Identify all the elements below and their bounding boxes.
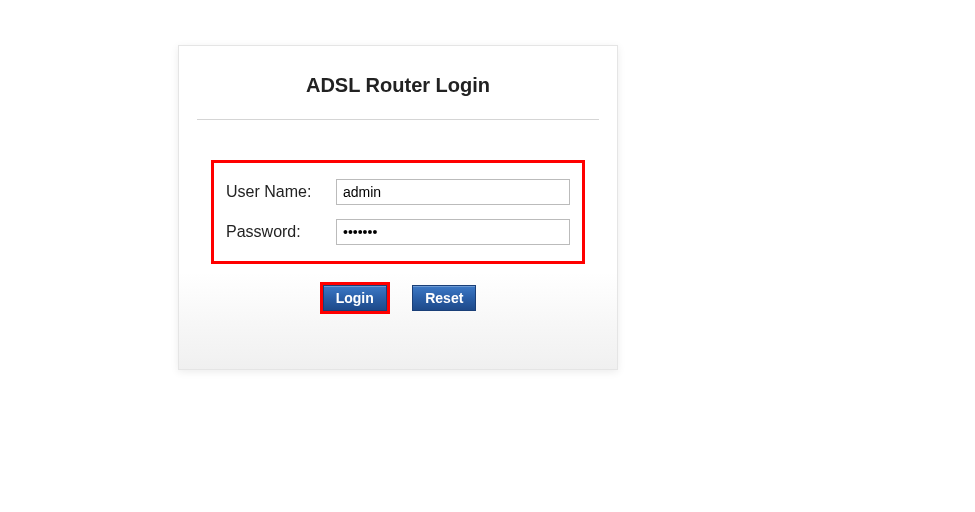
divider bbox=[197, 119, 599, 120]
password-label: Password: bbox=[226, 223, 336, 241]
login-button-highlight: Login bbox=[320, 282, 390, 314]
username-row: User Name: bbox=[226, 179, 570, 205]
button-row: Login Reset bbox=[211, 282, 585, 314]
username-label: User Name: bbox=[226, 183, 336, 201]
page-title: ADSL Router Login bbox=[197, 74, 599, 97]
password-row: Password: bbox=[226, 219, 570, 245]
form-area: User Name: Password: Login Reset bbox=[211, 160, 585, 314]
password-input[interactable] bbox=[336, 219, 570, 245]
username-input[interactable] bbox=[336, 179, 570, 205]
login-panel: ADSL Router Login User Name: Password: L… bbox=[178, 45, 618, 370]
credentials-highlight-box: User Name: Password: bbox=[211, 160, 585, 264]
login-button[interactable]: Login bbox=[323, 285, 387, 311]
reset-button[interactable]: Reset bbox=[412, 285, 476, 311]
